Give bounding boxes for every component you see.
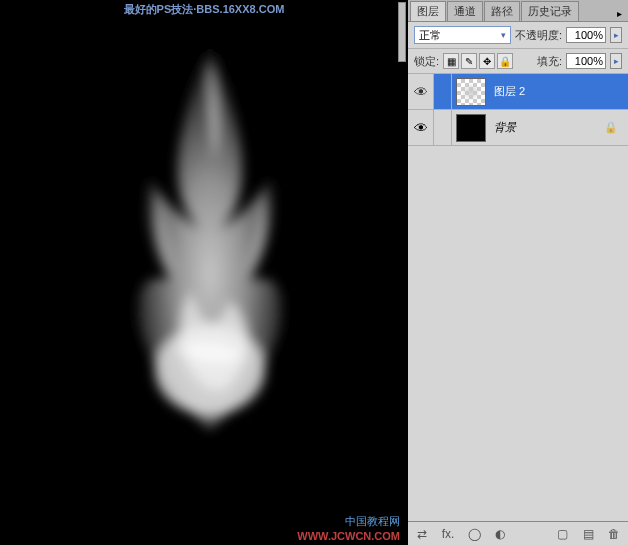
link-column[interactable] (434, 74, 452, 109)
chevron-down-icon: ▾ (501, 30, 506, 40)
adjustment-icon[interactable]: ◐ (490, 525, 510, 543)
blend-mode-value: 正常 (419, 28, 441, 43)
layers-list: 👁 图层 2 👁 背景 🔒 (408, 74, 628, 521)
lock-position-icon[interactable]: ✥ (479, 53, 495, 69)
watermark-mid: 中国教程网 (345, 514, 400, 529)
layer-thumbnail[interactable] (456, 78, 486, 106)
lock-transparent-icon[interactable]: ▦ (443, 53, 459, 69)
visibility-toggle[interactable]: 👁 (408, 110, 434, 145)
lock-row: 锁定: ▦ ✎ ✥ 🔒 填充: 100% ▸ (408, 49, 628, 74)
lock-label: 锁定: (414, 54, 439, 69)
opacity-input[interactable]: 100% (566, 27, 606, 43)
panel-menu-icon[interactable]: ▸ (611, 6, 628, 21)
fill-spinner[interactable]: ▸ (610, 53, 622, 69)
lock-pixels-icon[interactable]: ✎ (461, 53, 477, 69)
layers-panel: 图层 通道 路径 历史记录 ▸ 正常 ▾ 不透明度: 100% ▸ 锁定: ▦ … (408, 0, 628, 545)
link-layers-icon[interactable]: ⇄ (412, 525, 432, 543)
layer-row[interactable]: 👁 图层 2 (408, 74, 628, 110)
flame-artwork (80, 30, 340, 470)
layer-row[interactable]: 👁 背景 🔒 (408, 110, 628, 146)
tab-paths[interactable]: 路径 (484, 1, 520, 21)
tab-history[interactable]: 历史记录 (521, 1, 579, 21)
opacity-spinner[interactable]: ▸ (610, 27, 622, 43)
blend-row: 正常 ▾ 不透明度: 100% ▸ (408, 22, 628, 49)
panel-handle[interactable] (398, 2, 406, 62)
fill-input[interactable]: 100% (566, 53, 606, 69)
layer-name[interactable]: 背景 (494, 120, 516, 135)
watermark-bottom: WWW.JCWCN.COM (297, 530, 400, 542)
lock-indicator-icon: 🔒 (604, 121, 618, 134)
panel-footer: ⇄ fx. ◯ ◐ ▢ ▤ 🗑 (408, 521, 628, 545)
mask-icon[interactable]: ◯ (464, 525, 484, 543)
new-layer-icon[interactable]: ▤ (578, 525, 598, 543)
trash-icon[interactable]: 🗑 (604, 525, 624, 543)
fill-label: 填充: (537, 54, 562, 69)
fx-icon[interactable]: fx. (438, 525, 458, 543)
svg-point-0 (155, 325, 265, 415)
layer-name[interactable]: 图层 2 (494, 84, 525, 99)
link-column[interactable] (434, 110, 452, 145)
layer-thumbnail[interactable] (456, 114, 486, 142)
opacity-label: 不透明度: (515, 28, 562, 43)
blend-mode-select[interactable]: 正常 ▾ (414, 26, 511, 44)
lock-all-icon[interactable]: 🔒 (497, 53, 513, 69)
tab-channels[interactable]: 通道 (447, 1, 483, 21)
watermark-top: 最好的PS技法·BBS.16XX8.COM (124, 2, 285, 17)
panel-tabs: 图层 通道 路径 历史记录 ▸ (408, 0, 628, 22)
visibility-toggle[interactable]: 👁 (408, 74, 434, 109)
tab-layers[interactable]: 图层 (410, 1, 446, 21)
canvas-area[interactable]: 最好的PS技法·BBS.16XX8.COM 中国教程网 W (0, 0, 408, 545)
folder-icon[interactable]: ▢ (552, 525, 572, 543)
